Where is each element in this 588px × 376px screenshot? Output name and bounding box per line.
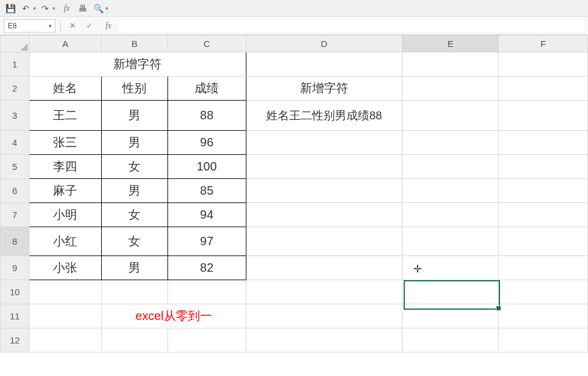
- cell-B9[interactable]: 男: [101, 256, 167, 280]
- cell-B5[interactable]: 女: [101, 155, 167, 179]
- fx-icon[interactable]: fx: [102, 19, 115, 33]
- confirm-icon[interactable]: ✓: [83, 19, 96, 33]
- cell-B12[interactable]: [101, 328, 167, 352]
- undo-dropdown-icon[interactable]: ▾: [33, 5, 36, 11]
- cell-F3[interactable]: [499, 101, 588, 131]
- cell-E8[interactable]: [402, 227, 499, 256]
- cell-C7[interactable]: 94: [167, 203, 246, 227]
- cell-E10[interactable]: [402, 280, 499, 304]
- cell-B7[interactable]: 女: [101, 203, 167, 227]
- cell-A11[interactable]: [29, 304, 101, 328]
- cell-B11-overlay[interactable]: excel从零到一: [101, 304, 246, 328]
- cell-E12[interactable]: [402, 328, 499, 352]
- print-preview-icon[interactable]: 🖶: [76, 2, 89, 15]
- cell-A7[interactable]: 小明: [29, 203, 101, 227]
- row-header-1[interactable]: 1: [1, 52, 30, 77]
- row-header-9[interactable]: 9: [1, 256, 30, 280]
- cell-E6[interactable]: [402, 179, 499, 203]
- col-header-A[interactable]: A: [29, 36, 101, 52]
- cell-D10[interactable]: [246, 280, 402, 304]
- cell-E1[interactable]: [402, 52, 499, 77]
- cancel-icon[interactable]: ✕: [66, 19, 79, 33]
- row-header-5[interactable]: 5: [1, 155, 30, 179]
- cell-F1[interactable]: [499, 52, 588, 77]
- cell-B2[interactable]: 性别: [101, 77, 167, 101]
- row-header-2[interactable]: 2: [1, 77, 30, 101]
- cell-C6[interactable]: 85: [167, 179, 246, 203]
- cell-A4[interactable]: 张三: [29, 131, 101, 155]
- name-box-dropdown-icon[interactable]: ▾: [45, 20, 55, 32]
- col-header-B[interactable]: B: [101, 36, 167, 52]
- cell-A2[interactable]: 姓名: [29, 77, 101, 101]
- redo-dropdown-icon[interactable]: ▾: [52, 5, 55, 11]
- cell-E3[interactable]: [402, 101, 499, 131]
- cell-F12[interactable]: [499, 328, 588, 352]
- select-all-corner[interactable]: [1, 36, 30, 52]
- cell-F9[interactable]: [499, 256, 588, 280]
- row-header-10[interactable]: 10: [1, 280, 30, 304]
- cell-E9[interactable]: [402, 256, 499, 280]
- row-header-11[interactable]: 11: [1, 304, 30, 328]
- col-header-D[interactable]: D: [246, 36, 402, 52]
- cell-C3[interactable]: 88: [167, 101, 246, 131]
- fx-toolbar-icon[interactable]: fx: [60, 2, 74, 15]
- cell-A8[interactable]: 小红: [29, 227, 101, 256]
- cell-A6[interactable]: 麻子: [29, 179, 101, 203]
- formula-input[interactable]: [119, 20, 584, 32]
- cell-B3[interactable]: 男: [101, 101, 167, 131]
- cell-F5[interactable]: [499, 155, 588, 179]
- cell-A9[interactable]: 小张: [29, 256, 101, 280]
- cell-D5[interactable]: [246, 155, 402, 179]
- cell-D1[interactable]: [246, 52, 402, 77]
- name-box[interactable]: ▾: [4, 19, 55, 33]
- cell-A5[interactable]: 李四: [29, 155, 101, 179]
- find-icon[interactable]: 🔍: [92, 2, 105, 15]
- cell-A3[interactable]: 王二: [29, 101, 101, 131]
- cell-E5[interactable]: [402, 155, 499, 179]
- cell-C9[interactable]: 82: [167, 256, 246, 280]
- cell-E11[interactable]: [402, 304, 499, 328]
- cell-D2[interactable]: 新增字符: [246, 77, 402, 101]
- cell-B6[interactable]: 男: [101, 179, 167, 203]
- cell-C8[interactable]: 97: [167, 227, 246, 256]
- name-box-input[interactable]: [4, 20, 45, 32]
- cell-D8[interactable]: [246, 227, 402, 256]
- cell-D12[interactable]: [246, 328, 402, 352]
- cell-D3[interactable]: 姓名王二性别男成绩88: [246, 101, 402, 131]
- cell-B4[interactable]: 男: [101, 131, 167, 155]
- cell-A12[interactable]: [29, 328, 101, 352]
- cell-D11[interactable]: [246, 304, 402, 328]
- cell-A10[interactable]: [29, 280, 101, 304]
- cell-C5[interactable]: 100: [167, 155, 246, 179]
- cell-A1-merged[interactable]: 新增字符: [29, 52, 246, 77]
- cell-C4[interactable]: 96: [167, 131, 246, 155]
- row-header-8[interactable]: 8: [1, 227, 30, 256]
- cell-C2[interactable]: 成绩: [167, 77, 246, 101]
- col-header-C[interactable]: C: [167, 36, 246, 52]
- qat-customize-icon[interactable]: ▾: [105, 5, 108, 11]
- row-header-3[interactable]: 3: [1, 101, 30, 131]
- cell-C12[interactable]: [167, 328, 246, 352]
- cell-F7[interactable]: [499, 203, 588, 227]
- cell-E7[interactable]: [402, 203, 499, 227]
- cell-C10[interactable]: [167, 280, 246, 304]
- row-header-4[interactable]: 4: [1, 131, 30, 155]
- cell-F8[interactable]: [499, 227, 588, 256]
- cell-F10[interactable]: [499, 280, 588, 304]
- cell-E4[interactable]: [402, 131, 499, 155]
- cell-D9[interactable]: [246, 256, 402, 280]
- cell-F2[interactable]: [499, 77, 588, 101]
- cell-E2[interactable]: [402, 77, 499, 101]
- cell-B8[interactable]: 女: [101, 227, 167, 256]
- row-header-12[interactable]: 12: [1, 328, 30, 352]
- save-icon[interactable]: 💾: [4, 2, 17, 15]
- row-header-7[interactable]: 7: [1, 203, 30, 227]
- col-header-E[interactable]: E: [402, 36, 499, 52]
- cell-F6[interactable]: [499, 179, 588, 203]
- spreadsheet-grid[interactable]: A B C D E F 1 新增字符 2 姓名 性别 成绩 新增字符 3 王二 …: [0, 35, 588, 376]
- undo-icon[interactable]: ↶: [19, 2, 33, 15]
- redo-icon[interactable]: ↷: [39, 2, 52, 15]
- cell-B10[interactable]: [101, 280, 167, 304]
- cell-D6[interactable]: [246, 179, 402, 203]
- col-header-F[interactable]: F: [499, 36, 588, 52]
